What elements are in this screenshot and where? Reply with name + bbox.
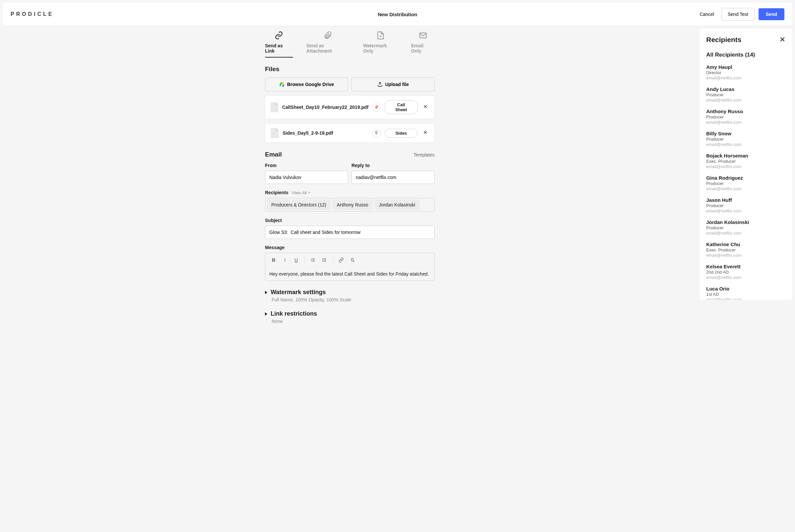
document-icon [376,31,385,40]
recipient-chip[interactable]: Jordan Kolasinski [374,200,420,210]
close-panel-button[interactable] [779,36,786,44]
recipient-email: email@netflix.com [706,98,786,102]
chevron-right-icon [307,191,311,194]
panel-subtitle: All Recipients (14) [706,52,786,58]
file-name: Sides_Day5_2-9-19.pdf [283,130,368,136]
recipient-name: Bojack Horseman [706,153,786,158]
recipients-input[interactable]: Producers & Directors (12) Anthony Russo… [265,198,435,212]
triangle-right-icon [265,312,267,316]
recipient-item[interactable]: Jordan KolasinskiProduceremail@netflix.c… [706,220,786,235]
close-icon [779,36,786,43]
link-restrictions-summary: None [272,319,435,324]
recipients-panel: Recipients All Recipients (14) Amy Haupl… [700,28,792,300]
watermark-settings-summary: Full Name, 100% Opacity, 100% Scale [272,297,435,302]
remove-file-button[interactable] [422,130,429,136]
reply-to-input[interactable] [351,171,435,184]
recipient-role: Director [706,70,786,75]
recipient-item[interactable]: Kelsea Everett2nd 2nd ADemail@netflix.co… [706,264,786,280]
recipient-item[interactable]: Katherine ChuExec. Produceremail@netflix… [706,242,786,258]
link-restrictions-title: Link restrictions [271,310,317,317]
editor-toolbar: B I U [265,253,434,267]
clear-formatting-button[interactable] [347,255,357,265]
subject-label: Subject [265,218,435,223]
cancel-button[interactable]: Cancel [696,9,718,20]
recipient-role: 1st AD [706,292,786,297]
tabs: Send as Link Send as Attachment Watermar… [265,31,435,58]
recipient-email: email@netflix.com [706,164,786,169]
recipient-chip[interactable]: Anthony Russo [332,200,373,210]
recipient-name: Katherine Chu [706,242,786,247]
file-row: CallSheet_Day10_February22_2019.pdf Call… [265,95,435,119]
tab-label: Send as Link [265,43,293,54]
recipient-item[interactable]: Bojack HorsemanExec. Produceremail@netfl… [706,153,786,169]
ordered-list-button[interactable] [308,255,318,265]
send-test-button[interactable]: Send Test [721,8,755,20]
svg-point-14 [323,260,323,260]
recipient-name: Anthony Russo [706,109,786,114]
file-type-pill[interactable]: Sides [384,129,418,138]
email-title: Email [265,151,282,158]
watermark-settings-section: Watermark settings Full Name, 100% Opaci… [265,289,435,302]
tab-email-only[interactable]: Email Only [411,31,435,58]
recipient-email: email@netflix.com [706,231,786,235]
link-icon [275,31,283,40]
send-button[interactable]: Send [759,8,784,20]
recipient-role: Producer [706,114,786,119]
recipient-name: Gina Rodriguez [706,175,786,180]
svg-point-15 [323,261,323,261]
recipient-email: email@netflix.com [706,75,786,80]
recipient-email: email@netflix.com [706,208,786,213]
insert-link-button[interactable] [336,255,346,265]
recipient-role: Producer [706,203,786,208]
recipient-item[interactable]: Anthony RussoProduceremail@netflix.com [706,109,786,125]
recipient-role: 2nd 2nd AD [706,270,786,274]
file-row: Sides_Day5_2-9-19.pdf Sides [265,123,435,143]
recipient-email: email@netflix.com [706,186,786,191]
tab-watermark-only[interactable]: Watermark Only [363,31,398,58]
remove-file-button[interactable] [422,104,429,110]
browse-google-drive-button[interactable]: Browse Google Drive [265,77,348,91]
view-all-link[interactable]: View All [292,190,311,195]
email-icon [419,31,427,40]
message-editor: B I U [265,253,435,281]
recipient-item[interactable]: Amy HauplDirectoremail@netflix.com [706,64,786,80]
tab-label: Watermark Only [363,43,398,54]
recipient-email: email@netflix.com [706,275,786,280]
paperclip-icon [324,31,332,40]
file-icon [271,128,278,138]
file-name: CallSheet_Day10_February22_2019.pdf [282,104,369,110]
link-restrictions-toggle[interactable]: Link restrictions [265,310,435,317]
recipient-item[interactable]: Andy LucasProduceremail@netflix.com [706,87,786,102]
italic-button[interactable]: I [280,255,290,265]
recipient-role: Exec. Producer [706,159,786,164]
recipient-item[interactable]: Billy SnowProduceremail@netflix.com [706,131,786,147]
subject-input[interactable] [265,226,435,239]
upload-file-button[interactable]: Upload file [351,77,435,91]
recipient-name: Jason Huff [706,197,786,203]
watermark-disabled-icon[interactable] [372,103,381,112]
watermark-icon[interactable] [372,129,381,137]
button-label: Browse Google Drive [287,82,334,87]
recipient-email: email@netflix.com [706,142,786,147]
bold-button[interactable]: B [269,255,278,265]
unordered-list-button[interactable] [319,255,329,265]
recipient-item[interactable]: Jason HuffProduceremail@netflix.com [706,197,786,213]
from-input[interactable] [265,171,348,184]
page-title: New Distribution [378,12,417,17]
message-body[interactable]: Hey everyone, please find the latest Cal… [265,267,434,281]
templates-link[interactable]: Templates [413,152,435,157]
file-type-pill[interactable]: Call Sheet [384,100,418,114]
recipient-item[interactable]: Gina RodriguezProduceremail@netflix.com [706,175,786,191]
app-header: PRODICLE New Distribution Cancel Send Te… [3,3,792,26]
svg-point-13 [323,259,323,259]
recipients-list: Amy HauplDirectoremail@netflix.comAndy L… [706,64,786,300]
underline-button[interactable]: U [291,255,301,265]
recipient-chip[interactable]: Producers & Directors (12) [267,200,331,210]
from-label: From [265,163,348,168]
recipient-role: Producer [706,92,786,97]
tab-send-as-attachment[interactable]: Send as Attachment [306,31,350,58]
button-label: Upload file [385,82,409,87]
tab-send-as-link[interactable]: Send as Link [265,31,293,58]
recipient-item[interactable]: Luca Orio1st ADemail@netflix.com [706,286,786,300]
watermark-settings-toggle[interactable]: Watermark settings [265,289,435,296]
